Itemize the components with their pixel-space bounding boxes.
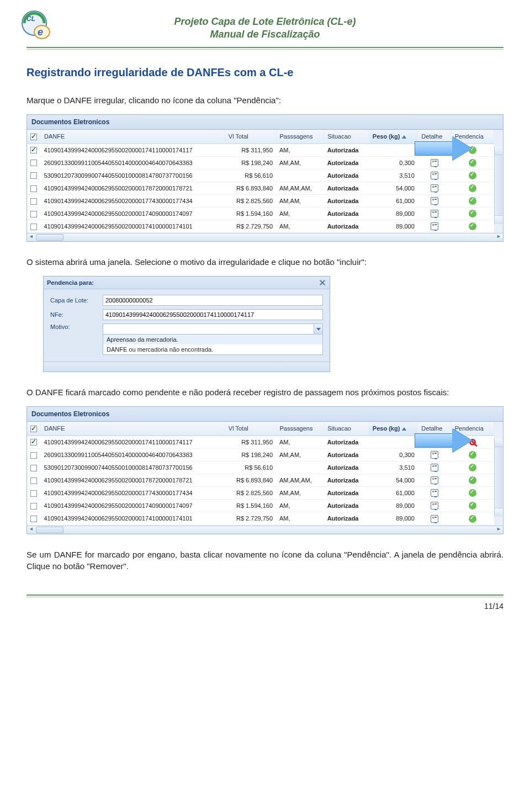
table-row[interactable]: 4109014399942400062955002000017409000017…: [27, 500, 494, 512]
detail-icon[interactable]: [431, 451, 438, 459]
motivo-combobox[interactable]: [103, 323, 323, 335]
row-checkbox[interactable]: [30, 198, 37, 205]
row-checkbox[interactable]: [30, 439, 37, 445]
col-vl-total[interactable]: Vl Total: [225, 422, 276, 436]
check-ok-icon[interactable]: [469, 197, 476, 205]
chevron-down-icon[interactable]: [314, 324, 322, 334]
col-peso[interactable]: Peso (kg): [369, 130, 417, 144]
row-checkbox[interactable]: [30, 490, 37, 497]
detail-icon[interactable]: [431, 222, 438, 230]
panel-title: Documentos Eletronicos: [27, 115, 503, 130]
col-situacao[interactable]: Situacao: [324, 422, 369, 436]
cell-pendencia[interactable]: [451, 500, 494, 512]
detail-icon[interactable]: [431, 515, 438, 523]
cell-pendencia[interactable]: [451, 474, 494, 487]
detail-icon[interactable]: [431, 159, 438, 167]
row-checkbox[interactable]: [30, 224, 37, 230]
row-checkbox[interactable]: [30, 147, 37, 153]
check-ok-icon[interactable]: [469, 476, 476, 484]
table-row[interactable]: 4109014399942400062955002000017410000017…: [27, 512, 494, 525]
table-row[interactable]: 5309012073009900744055001000081478073770…: [27, 461, 494, 474]
horizontal-scrollbar[interactable]: [27, 233, 503, 241]
row-checkbox[interactable]: [30, 477, 37, 484]
col-danfe[interactable]: DANFE: [41, 130, 225, 144]
table-row[interactable]: 5309012073009900744055001000081478073770…: [27, 169, 494, 182]
cell-detalhe[interactable]: [418, 461, 451, 474]
dialog-title: Pendencia para:: [47, 279, 94, 286]
horizontal-scrollbar[interactable]: [27, 526, 503, 534]
check-ok-icon[interactable]: [469, 184, 476, 192]
detail-icon[interactable]: [431, 489, 438, 497]
cell-pendencia[interactable]: [451, 487, 494, 500]
cell-detalhe[interactable]: [418, 474, 451, 487]
col-vl-total[interactable]: Vl Total: [225, 130, 276, 144]
motivo-option[interactable]: Apreensao da mercadoria.: [103, 335, 322, 344]
scrollbar-thumb[interactable]: [36, 527, 63, 533]
cell-pendencia[interactable]: [451, 169, 494, 182]
check-ok-icon[interactable]: [469, 222, 476, 230]
table-row[interactable]: 4109014399942400062955002000017410000017…: [27, 220, 494, 233]
cell-detalhe[interactable]: [418, 220, 451, 233]
col-peso[interactable]: Peso (kg): [369, 422, 417, 436]
cell-pendencia[interactable]: [451, 182, 494, 194]
detail-icon[interactable]: [431, 464, 438, 471]
row-checkbox[interactable]: [30, 452, 37, 459]
col-passagens[interactable]: Passsagens: [276, 422, 324, 436]
cell-detalhe[interactable]: [418, 195, 451, 208]
vertical-scrollbar[interactable]: [494, 438, 502, 517]
vertical-scrollbar[interactable]: [494, 146, 502, 225]
check-ok-icon[interactable]: [469, 172, 476, 179]
col-danfe[interactable]: DANFE: [41, 422, 225, 436]
detail-icon[interactable]: [431, 172, 438, 179]
table-row[interactable]: 4109014399942400062955002000017872000017…: [27, 182, 494, 194]
close-icon[interactable]: [319, 279, 326, 286]
row-checkbox[interactable]: [30, 211, 37, 217]
cell-detalhe[interactable]: [418, 182, 451, 194]
check-ok-icon[interactable]: [469, 489, 476, 497]
nfe-input[interactable]: [103, 309, 323, 320]
detail-icon[interactable]: [431, 502, 438, 510]
cell-detalhe[interactable]: [418, 208, 451, 220]
detail-icon[interactable]: [431, 184, 438, 192]
row-checkbox[interactable]: [30, 185, 37, 192]
detail-icon[interactable]: [431, 210, 438, 217]
check-ok-icon[interactable]: [469, 210, 476, 217]
row-checkbox[interactable]: [30, 516, 37, 522]
cell-pendencia[interactable]: [451, 461, 494, 474]
table-row[interactable]: 4109014399942400062955002000017743000017…: [27, 195, 494, 208]
cell-situacao: Autorizada: [324, 487, 369, 500]
cell-pendencia[interactable]: [451, 195, 494, 208]
cell-pendencia[interactable]: [451, 220, 494, 233]
detail-icon[interactable]: [431, 476, 438, 484]
table-row[interactable]: 4109014399942400062955002000017743000017…: [27, 487, 494, 500]
col-passagens[interactable]: Passsagens: [276, 130, 324, 144]
cell-detalhe[interactable]: [418, 500, 451, 512]
row-checkbox[interactable]: [30, 465, 37, 471]
check-ok-icon[interactable]: [469, 464, 476, 471]
detail-icon[interactable]: [431, 197, 438, 205]
cell-detalhe[interactable]: [418, 487, 451, 500]
cell-pendencia[interactable]: [451, 208, 494, 220]
row-checkbox[interactable]: [30, 503, 37, 510]
capa-de-lote-input[interactable]: [103, 295, 323, 306]
row-checkbox[interactable]: [30, 160, 37, 166]
cell-passagens: AM,AM,AM,: [276, 474, 324, 487]
motivo-input[interactable]: [103, 323, 323, 335]
table-row[interactable]: 4109014399942400062955002000017872000017…: [27, 474, 494, 487]
cell-passagens: [276, 461, 324, 474]
col-checkbox[interactable]: [27, 422, 41, 436]
cell-detalhe[interactable]: [418, 512, 451, 525]
check-ok-icon[interactable]: [469, 502, 476, 510]
header-checkbox-icon[interactable]: [30, 134, 37, 140]
col-situacao[interactable]: Situacao: [324, 130, 369, 144]
header-checkbox-icon[interactable]: [30, 426, 37, 432]
check-ok-icon[interactable]: [469, 515, 476, 523]
col-checkbox[interactable]: [27, 130, 41, 144]
motivo-dropdown-list[interactable]: Apreensao da mercadoria. DANFE ou mercad…: [103, 335, 323, 355]
row-checkbox[interactable]: [30, 172, 37, 179]
motivo-option[interactable]: DANFE ou mercadoria não encontrada.: [103, 344, 322, 354]
cell-pendencia[interactable]: [451, 512, 494, 525]
cell-detalhe[interactable]: [418, 169, 451, 182]
scrollbar-thumb[interactable]: [36, 234, 63, 241]
table-row[interactable]: 4109014399942400062955002000017409000017…: [27, 208, 494, 220]
